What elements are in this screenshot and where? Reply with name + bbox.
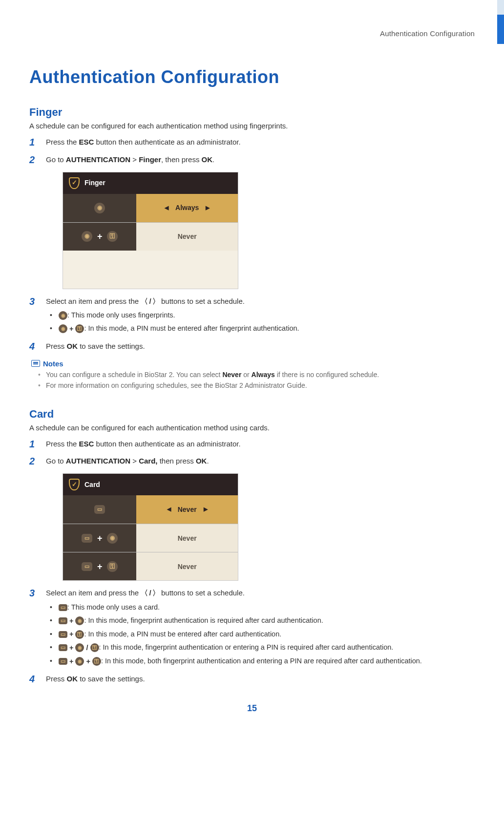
device-row-icons — [63, 194, 136, 222]
finger-step-1: 1 Press the ESC button then authenticate… — [29, 137, 475, 148]
card-mode-bullet: : This mode only uses a card. — [46, 602, 475, 613]
section-title-finger: Finger — [29, 106, 475, 119]
key-icon — [75, 630, 84, 639]
step-number: 3 — [29, 295, 35, 309]
device-title-bar: Card — [63, 474, 238, 495]
left-right-arrow-icon: 〈 / 〉 — [141, 589, 159, 597]
device-row-value: Never — [136, 524, 238, 552]
plus-icon: + — [95, 230, 105, 243]
key-icon — [75, 324, 84, 333]
card-icon — [59, 631, 67, 638]
fingerprint-icon — [94, 203, 105, 213]
step-number: 4 — [29, 672, 35, 686]
page-number: 15 — [29, 703, 475, 714]
notes-icon — [31, 360, 40, 367]
card-mode-bullet: + / : In this mode, fingerprint authenti… — [46, 642, 475, 653]
device-empty-area — [63, 251, 238, 289]
device-title-bar: Finger — [63, 172, 238, 194]
finger-device-mock: Finger ◀ Always ▶ + Never — [63, 172, 238, 289]
device-row-value: ◀ Always ▶ — [136, 194, 238, 222]
key-icon — [107, 231, 118, 242]
running-header: Authentication Configuration — [29, 29, 475, 38]
fingerprint-icon — [59, 324, 67, 333]
step-number: 2 — [29, 454, 35, 468]
left-right-arrow-icon: 〈 / 〉 — [141, 297, 159, 305]
finger-mode-bullet: + : In this mode, a PIN must be entered … — [46, 323, 475, 334]
card-icon — [94, 505, 105, 514]
key-icon — [107, 561, 118, 572]
device-row-icons: + — [63, 223, 136, 251]
fingerprint-icon — [59, 311, 67, 320]
card-icon — [82, 562, 92, 571]
device-row-icons — [63, 495, 136, 524]
section-title-card: Card — [29, 408, 475, 421]
key-icon — [92, 657, 101, 666]
right-arrow-icon: ▶ — [204, 506, 208, 513]
fingerprint-icon — [75, 616, 84, 625]
right-arrow-icon: ▶ — [206, 204, 210, 212]
plus-icon: + — [95, 532, 105, 545]
finger-intro: A schedule can be configured for each au… — [29, 122, 475, 130]
card-mode-bullet: + + : In this mode, both fingerprint aut… — [46, 656, 475, 667]
device-row-value: Never — [136, 223, 238, 251]
step-number: 1 — [29, 437, 35, 451]
shield-icon — [69, 479, 80, 490]
card-step-4: 4 Press OK to save the settings. — [29, 674, 475, 684]
device-title: Finger — [84, 178, 105, 188]
key-icon — [90, 643, 99, 652]
finger-mode-bullet: : This mode only uses fingerprints. — [46, 310, 475, 320]
card-icon — [59, 617, 67, 624]
left-arrow-icon: ◀ — [165, 204, 168, 212]
card-icon — [59, 658, 67, 665]
finger-step-4: 4 Press OK to save the settings. — [29, 341, 475, 352]
left-arrow-icon: ◀ — [167, 506, 171, 513]
card-mode-bullet: + : In this mode, a PIN must be entered … — [46, 629, 475, 640]
card-icon — [59, 644, 67, 651]
note-item: For more information on configuring sche… — [31, 381, 475, 389]
device-row-icons: + — [63, 524, 136, 552]
note-item: You can configure a schedule in BioStar … — [31, 371, 475, 379]
step-number: 4 — [29, 339, 35, 354]
card-icon — [82, 534, 92, 543]
card-step-2: 2 Go to AUTHENTICATION > Card, then pres… — [29, 456, 475, 581]
page-title: Authentication Configuration — [29, 67, 475, 87]
fingerprint-icon — [107, 533, 118, 544]
plus-icon: + — [95, 560, 105, 573]
card-step-1: 1 Press the ESC button then authenticate… — [29, 439, 475, 449]
step-number: 1 — [29, 135, 35, 149]
card-mode-bullet: + : In this mode, fingerprint authentica… — [46, 615, 475, 626]
device-row-value: ◀ Never ▶ — [136, 495, 238, 524]
side-tab-marker — [497, 0, 504, 44]
fingerprint-icon — [75, 643, 84, 652]
device-row-value: Never — [136, 552, 238, 580]
fingerprint-icon — [82, 231, 92, 242]
fingerprint-icon — [75, 657, 84, 666]
card-icon — [59, 604, 67, 611]
notes-block: Notes You can configure a schedule in Bi… — [31, 359, 475, 389]
step-number: 2 — [29, 153, 35, 167]
card-device-mock: Card ◀ Never ▶ + Never — [63, 473, 238, 581]
device-row-icons: + — [63, 552, 136, 580]
shield-icon — [69, 177, 80, 189]
step-number: 3 — [29, 586, 35, 600]
card-step-3: 3 Select an item and press the 〈 / 〉 but… — [29, 588, 475, 666]
device-title: Card — [84, 480, 100, 489]
card-intro: A schedule can be configured for each au… — [29, 423, 475, 432]
notes-label: Notes — [43, 359, 63, 368]
finger-step-2: 2 Go to AUTHENTICATION > Finger, then pr… — [29, 154, 475, 289]
finger-step-3: 3 Select an item and press the 〈 / 〉 but… — [29, 296, 475, 334]
